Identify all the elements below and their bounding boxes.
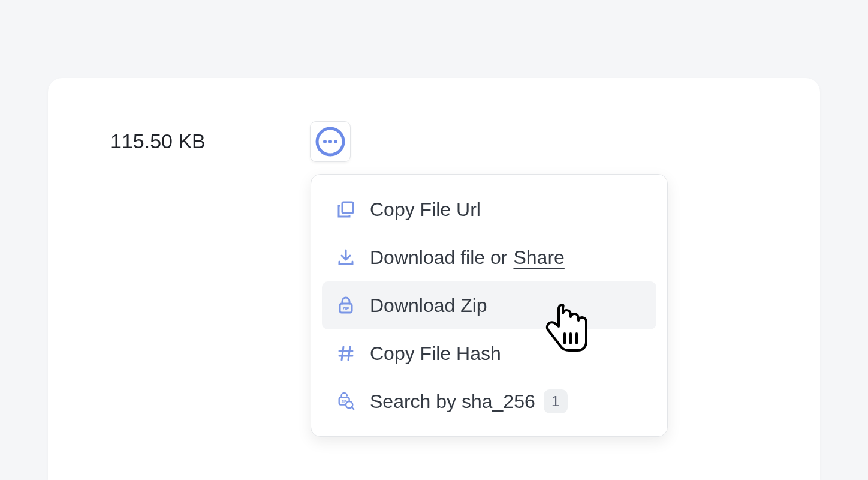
zip-lock-icon: ZIP xyxy=(336,296,355,315)
menu-copy-hash[interactable]: Copy File Hash xyxy=(322,329,656,377)
menu-download-file[interactable]: Download file or Share xyxy=(322,233,656,281)
count-badge: 1 xyxy=(544,389,568,413)
menu-label: Search by sha_256 xyxy=(370,391,535,413)
download-icon xyxy=(336,248,355,267)
menu-label: Download file or Share xyxy=(370,247,565,269)
menu-label: Download Zip xyxy=(370,295,487,317)
more-icon xyxy=(315,127,345,157)
menu-search-sha[interactable]: ZIP Search by sha_256 1 xyxy=(322,377,656,425)
file-size: 115.50 KB xyxy=(110,130,206,153)
share-link[interactable]: Share xyxy=(513,247,564,269)
hash-icon xyxy=(336,344,355,363)
search-lock-icon: ZIP xyxy=(336,392,355,411)
menu-copy-url[interactable]: Copy File Url xyxy=(322,185,656,233)
menu-download-zip[interactable]: ZIP Download Zip xyxy=(322,281,656,329)
context-menu: Copy File Url Download file or Share ZIP… xyxy=(311,174,668,437)
svg-point-2 xyxy=(328,140,332,143)
more-options-button[interactable] xyxy=(310,121,351,162)
svg-point-1 xyxy=(323,140,327,143)
copy-icon xyxy=(336,200,355,219)
svg-rect-4 xyxy=(342,202,353,213)
svg-text:ZIP: ZIP xyxy=(343,307,349,311)
menu-label: Copy File Hash xyxy=(370,343,501,365)
svg-point-3 xyxy=(334,140,337,143)
menu-label: Copy File Url xyxy=(370,199,481,221)
